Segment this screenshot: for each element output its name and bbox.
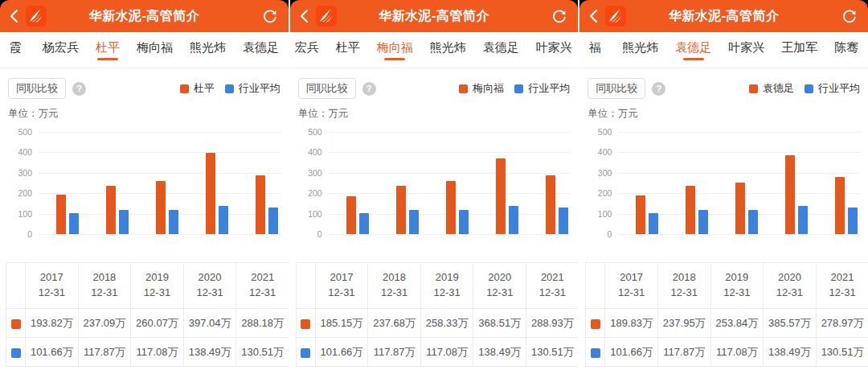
row-swatch-person bbox=[591, 319, 600, 329]
tab-executive[interactable]: 梅向福 bbox=[137, 40, 173, 60]
tab-label: 袁德足 bbox=[243, 40, 279, 56]
help-icon[interactable]: ? bbox=[652, 82, 665, 96]
tab-executive[interactable]: 袁德足 bbox=[483, 40, 519, 60]
col-header: 202112-31 bbox=[816, 263, 868, 309]
tab-executive[interactable]: 霞 bbox=[5, 40, 26, 60]
col-header-year: 2019 bbox=[711, 270, 764, 286]
bar-person bbox=[735, 183, 745, 235]
chart-legend: 袁德足 行业平均 bbox=[749, 81, 860, 96]
tab-executive[interactable]: 福 bbox=[584, 40, 605, 60]
tab-executive[interactable]: 熊光炜 bbox=[430, 40, 466, 60]
col-header: 201712-31 bbox=[26, 263, 79, 309]
col-header-year: 2019 bbox=[131, 270, 183, 286]
bar-industry-avg bbox=[268, 208, 278, 234]
help-icon[interactable]: ? bbox=[72, 82, 86, 96]
value-cell: 138.49万 bbox=[764, 338, 817, 367]
tab-executive[interactable]: 宏兵 bbox=[295, 40, 319, 60]
bar-person bbox=[835, 177, 845, 234]
app-screenshot-panel: 华新水泥-高管简介 宏兵杜平梅向福熊光炜袁德足叶家兴 同职比较 ? 梅向福 行业… bbox=[290, 0, 579, 370]
tab-label: 叶家兴 bbox=[536, 40, 572, 56]
executive-tab-bar: 宏兵杜平梅向福熊光炜袁德足叶家兴 bbox=[290, 32, 579, 68]
tab-label: 叶家兴 bbox=[728, 40, 764, 56]
col-header-date: 12-31 bbox=[184, 286, 236, 301]
tab-executive[interactable]: 袁德足 bbox=[243, 40, 279, 60]
app-header: 华新水泥-高管简介 bbox=[0, 0, 289, 32]
tab-label: 熊光炜 bbox=[190, 40, 226, 56]
col-header-year: 2020 bbox=[184, 270, 236, 286]
tab-label: 霞 bbox=[10, 40, 22, 56]
tab-executive[interactable]: 杜平 bbox=[336, 40, 360, 60]
phone-top-corners: 华新水泥-高管简介 bbox=[0, 0, 289, 32]
value-cell: 117.08万 bbox=[131, 338, 184, 367]
help-icon[interactable]: ? bbox=[362, 82, 376, 96]
tab-executive[interactable]: 熊光炜 bbox=[190, 40, 226, 60]
value-cell: 117.08万 bbox=[710, 338, 764, 367]
page-title: 华新水泥-高管简介 bbox=[579, 8, 868, 25]
tab-label: 王加军 bbox=[781, 40, 817, 56]
same-position-compare-button[interactable]: 同职比较 bbox=[8, 78, 66, 99]
value-cell: 130.51万 bbox=[236, 338, 289, 367]
refresh-icon[interactable] bbox=[261, 7, 279, 25]
bar-person bbox=[686, 186, 695, 234]
compare-row: 同职比较 ? 杜平 行业平均 bbox=[0, 78, 289, 99]
salary-table: 201712-31201812-31201912-31202012-312021… bbox=[296, 262, 579, 367]
tab-executive[interactable]: 杨宏兵 bbox=[43, 40, 79, 60]
value-cell: 117.87万 bbox=[657, 338, 710, 367]
tab-executive[interactable]: 杜平 bbox=[96, 40, 120, 60]
col-header-year: 2020 bbox=[473, 270, 526, 286]
col-header-date: 12-31 bbox=[817, 286, 868, 301]
tab-executive[interactable]: 袁德足 bbox=[675, 40, 711, 60]
tab-label: 袁德足 bbox=[675, 40, 711, 56]
table-header-row: 201712-31201812-31201912-31202012-312021… bbox=[296, 263, 578, 309]
value-cell: 288.93万 bbox=[526, 309, 579, 338]
row-swatch-cell bbox=[296, 338, 315, 367]
value-cell: 117.08万 bbox=[420, 338, 473, 367]
bar-industry-avg bbox=[169, 210, 178, 234]
col-header: 201912-31 bbox=[420, 263, 473, 309]
bar-person bbox=[546, 175, 555, 234]
bar-person bbox=[446, 181, 456, 234]
tab-label: 杜平 bbox=[336, 40, 360, 56]
col-header-date: 12-31 bbox=[368, 286, 420, 301]
col-header-date: 12-31 bbox=[131, 286, 183, 301]
phone-top-corners: 华新水泥-高管简介 bbox=[579, 0, 868, 32]
bar-person bbox=[56, 195, 66, 234]
executive-tab-bar: 霞杨宏兵杜平梅向福熊光炜袁德足叶家兴 bbox=[0, 32, 289, 68]
bar-person bbox=[785, 155, 795, 234]
col-header: 201812-31 bbox=[78, 263, 131, 309]
value-cell: 101.66万 bbox=[605, 338, 658, 367]
tab-label: 陈骞 bbox=[834, 40, 858, 56]
bar-industry-avg bbox=[698, 210, 708, 234]
page-title: 华新水泥-高管简介 bbox=[0, 8, 289, 25]
table-corner-cell bbox=[6, 263, 26, 309]
value-cell: 237.95万 bbox=[657, 309, 710, 338]
row-swatch-industry bbox=[11, 348, 21, 358]
value-cell: 189.83万 bbox=[605, 309, 658, 338]
tab-executive[interactable]: 梅向福 bbox=[377, 40, 413, 60]
legend-industry-label: 行业平均 bbox=[239, 81, 280, 96]
tab-label: 福 bbox=[589, 40, 601, 56]
value-cell: 138.49万 bbox=[473, 338, 526, 367]
col-header-year: 2021 bbox=[236, 270, 288, 286]
bar-industry-avg bbox=[119, 210, 129, 234]
tab-executive[interactable]: 陈骞 bbox=[834, 40, 858, 60]
tab-executive[interactable]: 王加军 bbox=[781, 40, 817, 60]
tab-executive[interactable]: 叶家兴 bbox=[728, 40, 764, 60]
same-position-compare-button[interactable]: 同职比较 bbox=[588, 78, 645, 99]
tab-executive[interactable]: 熊光炜 bbox=[622, 40, 658, 60]
tab-executive[interactable]: 叶家兴 bbox=[536, 40, 572, 60]
bar-person bbox=[206, 153, 215, 234]
value-cell: 253.84万 bbox=[710, 309, 764, 338]
refresh-icon[interactable] bbox=[841, 7, 858, 25]
col-header-date: 12-31 bbox=[764, 286, 816, 301]
refresh-icon[interactable] bbox=[551, 7, 568, 25]
bar-industry-avg bbox=[219, 206, 228, 234]
chart-legend: 梅向福 行业平均 bbox=[459, 81, 570, 96]
table-row: 101.66万117.87万117.08万138.49万130.51万 bbox=[296, 338, 578, 367]
salary-table: 201712-31201812-31201912-31202012-312021… bbox=[6, 262, 289, 367]
col-header-date: 12-31 bbox=[421, 286, 473, 301]
col-header-year: 2017 bbox=[316, 270, 368, 286]
same-position-compare-button[interactable]: 同职比较 bbox=[298, 78, 356, 99]
app-header: 华新水泥-高管简介 bbox=[290, 0, 579, 32]
table-row: 101.66万117.87万117.08万138.49万130.51万 bbox=[586, 338, 868, 367]
